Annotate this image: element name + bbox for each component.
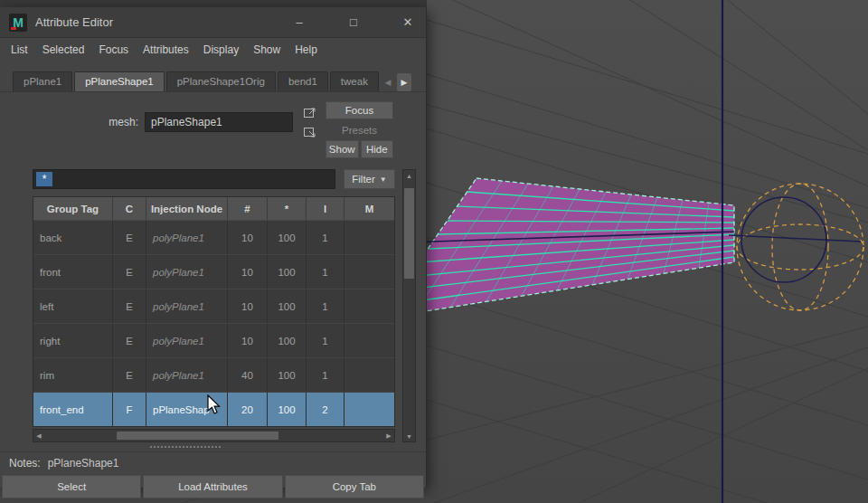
cell-group-tag: rim [33,358,113,392]
cell-weight: 100 [268,289,307,323]
table-row[interactable]: rim E polyPlane1 40 100 1 [33,357,394,392]
cell-group-tag: back [33,221,113,254]
menu-show[interactable]: Show [253,43,280,56]
cell-c: E [113,221,146,254]
cell-count: 10 [228,221,268,254]
notes-label: Notes: [9,457,41,470]
cell-injection-node: polyPlane1 [153,267,204,278]
tab-scroll-right-icon[interactable]: ▶ [397,73,411,91]
maximize-icon[interactable]: □ [344,14,363,32]
mesh-section: mesh: pPlaneShape1 Focus Presets Sh [0,92,426,166]
tab-pplane1[interactable]: pPlane1 [13,71,72,91]
cell-weight: 100 [268,324,307,357]
header-injection-node[interactable]: Injection Node [146,197,228,220]
title-bar[interactable]: M Attribute Editor – □ ✕ [0,7,426,38]
mesh-name-value: pPlaneShape1 [151,116,222,128]
menu-focus[interactable]: Focus [99,43,128,56]
menu-attributes[interactable]: Attributes [143,43,189,56]
tab-bend1[interactable]: bend1 [278,71,328,91]
cell-injection-node: polyPlane1 [153,233,204,243]
cell-group-tag: front [33,255,113,289]
table-row[interactable]: back E polyPlane1 10 100 1 [33,220,394,254]
tab-tweak[interactable]: tweak [330,71,379,91]
cell-i: 1 [307,358,344,392]
tab-scroll-left-icon[interactable]: ◀ [381,73,395,91]
cell-weight: 100 [268,221,307,254]
cell-c: E [113,358,146,392]
mouse-cursor-icon [206,394,222,416]
notes-value: pPlaneShape1 [48,457,119,470]
cell-count: 10 [228,324,268,357]
mesh-label: mesh: [0,116,145,128]
scroll-right-icon[interactable]: ▶ [383,432,394,440]
hide-button[interactable]: Hide [361,140,394,158]
resize-grip[interactable] [150,446,221,448]
table-row[interactable]: left E polyPlane1 10 100 1 [33,289,394,323]
copy-tab-button[interactable]: Copy Tab [285,475,424,498]
cell-m [344,324,394,357]
scroll-left-icon[interactable]: ◀ [33,432,44,440]
menu-bar: List Selected Focus Attributes Display S… [0,38,426,61]
header-group-tag[interactable]: Group Tag [33,197,113,220]
table-row[interactable]: right E polyPlane1 10 100 1 [33,323,394,357]
menu-display[interactable]: Display [203,43,239,56]
cell-group-tag: front_end [33,393,113,426]
cell-m [344,221,394,254]
horizontal-scroll-thumb[interactable] [117,432,279,440]
load-attributes-button[interactable]: Load Attributes [143,475,282,498]
tab-pplaneshape1[interactable]: pPlaneShape1 [74,71,164,91]
notes-row: Notes: pPlaneShape1 [0,451,426,473]
cell-group-tag: right [33,324,113,357]
connection-input-icon[interactable] [302,125,318,138]
filter-button[interactable]: Filter ▼ [344,169,395,189]
cell-m [344,289,394,323]
cell-m [344,358,394,392]
footer-buttons: Select Load Attributes Copy Tab [0,473,426,500]
cell-injection-node: polyPlane1 [153,370,204,381]
cell-c: F [113,393,146,426]
cell-c: E [113,255,146,289]
scroll-down-icon[interactable]: ▼ [406,431,412,441]
horizontal-scrollbar[interactable]: ◀ ▶ [33,429,395,442]
header-m[interactable]: M [344,197,394,220]
cell-injection-node: polyPlane1 [153,336,204,346]
menu-selected[interactable]: Selected [42,43,85,56]
header-c[interactable]: C [113,197,146,220]
show-button[interactable]: Show [326,140,359,158]
focus-button[interactable]: Focus [326,101,393,119]
mesh-name-field[interactable]: pPlaneShape1 [145,112,293,132]
presets-button[interactable]: Presets [326,121,393,138]
tabs-strip: pPlane1 pPlaneShape1 pPlaneShape1Orig be… [13,71,381,91]
filter-input[interactable]: * [33,169,335,189]
header-star[interactable]: * [268,197,307,220]
cell-m [344,393,394,426]
vertical-scroll-thumb[interactable] [404,188,414,279]
header-count[interactable]: # [228,197,268,220]
cell-group-tag: left [33,289,113,323]
cell-injection-node: pPlaneShap [153,404,210,415]
cell-i: 1 [307,289,344,323]
window-title: Attribute Editor [35,15,113,29]
cell-count: 40 [228,358,268,392]
vertical-scrollbar[interactable]: ▲ ▼ [402,169,416,442]
cell-m [344,255,394,289]
tab-bar: pPlane1 pPlaneShape1 pPlaneShape1Orig be… [0,61,426,92]
menu-help[interactable]: Help [295,43,317,56]
maya-stage: M Attribute Editor – □ ✕ List Selected F… [0,0,868,503]
maya-logo-icon: M [9,14,27,32]
menu-list[interactable]: List [11,43,28,56]
select-button[interactable]: Select [2,475,141,498]
header-i[interactable]: I [307,197,344,220]
cell-i: 1 [307,255,344,289]
tab-pplaneshape1orig[interactable]: pPlaneShape1Orig [166,71,276,91]
filter-input-value: * [36,172,52,186]
cell-weight: 100 [268,393,307,426]
minimize-icon[interactable]: – [290,14,308,32]
table-row[interactable]: front E polyPlane1 10 100 1 [33,254,394,289]
filter-button-label: Filter [352,174,375,185]
cell-count: 20 [228,393,268,426]
close-icon[interactable]: ✕ [399,14,417,32]
component-tag-table: Group Tag C Injection Node # * I M back … [33,196,395,427]
connection-output-icon[interactable] [302,106,318,119]
scroll-up-icon[interactable]: ▲ [406,170,412,181]
